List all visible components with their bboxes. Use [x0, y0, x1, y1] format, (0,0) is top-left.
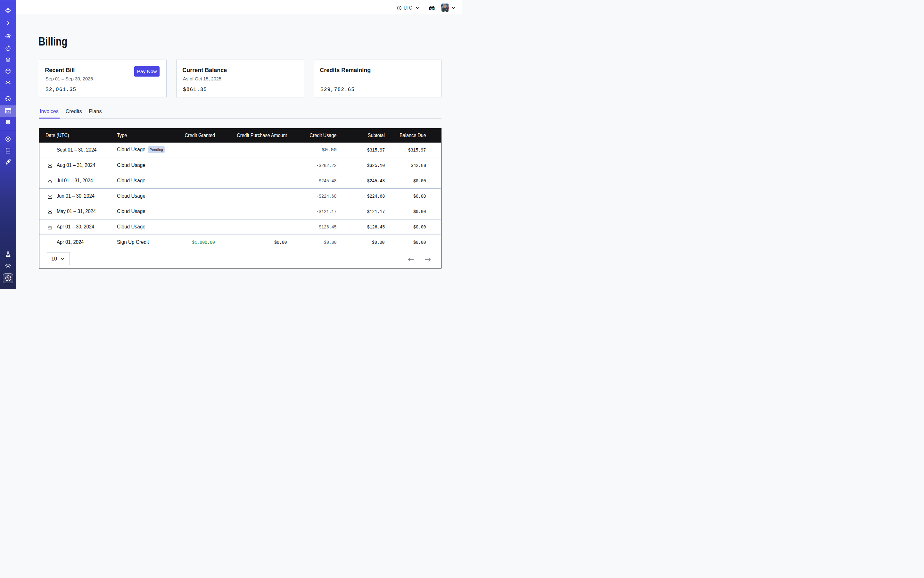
svg-text:$: $: [7, 276, 9, 280]
